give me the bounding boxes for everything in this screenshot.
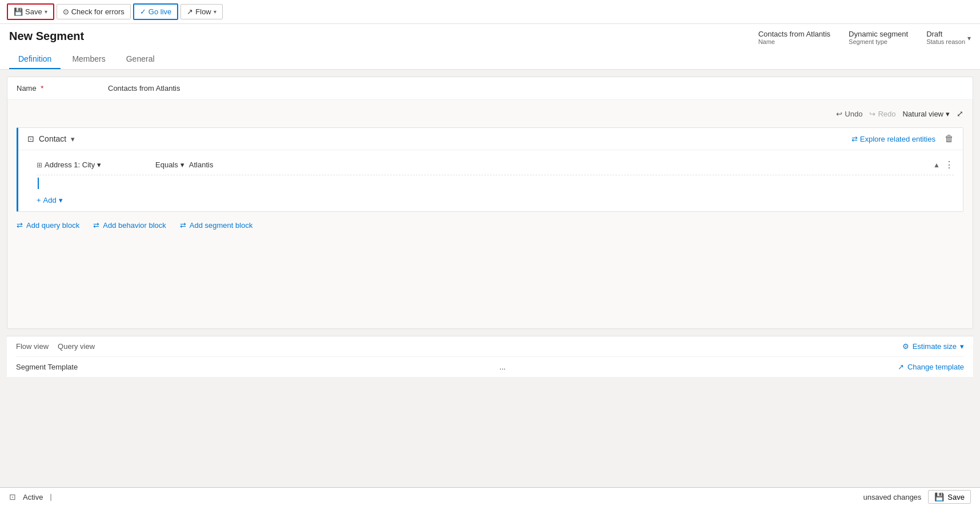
undo-icon: ↩ xyxy=(836,110,842,118)
meta-status-reason-label: Status reason xyxy=(926,38,965,45)
natural-view-label: Natural view xyxy=(902,110,943,118)
bottom-panel-top: Flow view Query view ⚙ Estimate size ▾ xyxy=(16,342,964,357)
flow-chevron-icon[interactable]: ▾ xyxy=(214,9,216,15)
add-query-block-button[interactable]: ⇄ Add query block xyxy=(17,221,79,230)
meta-segment-type-value: Dynamic segment xyxy=(849,30,908,38)
meta-status-reason-value: Draft xyxy=(926,30,965,38)
condition-field-label: Address 1: City xyxy=(45,160,95,169)
template-label: Segment Template xyxy=(16,363,107,371)
name-row: Name * Contacts from Atlantis xyxy=(7,77,973,100)
status-save-button[interactable]: 💾 Save xyxy=(928,490,971,504)
explore-label: Explore related entities xyxy=(860,135,935,143)
condition-collapse-button[interactable]: ▲ xyxy=(933,161,940,169)
flow-icon: ↗ xyxy=(187,7,193,16)
flow-view-link[interactable]: Flow view xyxy=(16,342,49,351)
undo-button[interactable]: ↩ Undo xyxy=(836,110,862,118)
status-save-label: Save xyxy=(947,493,965,501)
meta-name-label: Name xyxy=(758,38,830,45)
tab-bar: Definition Members General xyxy=(9,50,971,69)
block-actions: ⇄ Add query block ⇄ Add behavior block ⇄… xyxy=(17,212,963,234)
redo-label: Redo xyxy=(878,110,895,118)
tab-definition[interactable]: Definition xyxy=(9,50,61,69)
add-segment-block-button[interactable]: ⇄ Add segment block xyxy=(180,221,253,230)
status-divider: | xyxy=(50,493,51,501)
query-view-link[interactable]: Query view xyxy=(58,342,95,351)
query-block-actions: ⇄ Explore related entities 🗑 xyxy=(852,134,954,144)
contact-chevron-button[interactable]: ▾ xyxy=(71,135,75,143)
estimate-label: Estimate size xyxy=(913,342,957,351)
save-icon: 💾 xyxy=(14,7,23,16)
check-errors-button[interactable]: ⊙ Check for errors xyxy=(57,4,131,19)
natural-view-button[interactable]: Natural view ▾ xyxy=(902,110,950,118)
status-left: ⊡ Active | xyxy=(9,492,52,501)
expand-icon: ⤢ xyxy=(957,109,963,118)
status-bar: ⊡ Active | unsaved changes 💾 Save xyxy=(0,487,980,506)
page-title: New Segment xyxy=(9,30,84,47)
form-card: Name * Contacts from Atlantis ↩ Undo ↪ R… xyxy=(7,77,973,329)
condition-operator-dropdown[interactable]: Equals ▾ xyxy=(155,160,184,169)
add-chevron-icon: ▾ xyxy=(59,196,63,204)
contact-label-text: Contact xyxy=(39,134,66,143)
bottom-panel: Flow view Query view ⚙ Estimate size ▾ S… xyxy=(7,336,973,377)
tab-general[interactable]: General xyxy=(117,50,164,69)
check-errors-label: Check for errors xyxy=(71,7,124,16)
condition-value: Atlantis xyxy=(189,160,214,169)
condition-field-dropdown[interactable]: Address 1: City ▾ xyxy=(45,160,101,169)
condition-row: ⊞ Address 1: City ▾ Equals ▾ Atlantis xyxy=(37,155,954,175)
condition-area: ⊞ Address 1: City ▾ Equals ▾ Atlantis xyxy=(18,150,963,191)
editor-toolbar: ↩ Undo ↪ Redo Natural view ▾ ⤢ xyxy=(17,105,963,123)
contact-entity: ⊡ Contact ▾ xyxy=(27,134,75,143)
condition-more-button[interactable]: ⋮ xyxy=(945,159,954,170)
segment-editor: ↩ Undo ↪ Redo Natural view ▾ ⤢ xyxy=(7,100,973,328)
condition-operator-label: Equals xyxy=(155,160,178,169)
add-condition-button[interactable]: + Add ▾ xyxy=(37,196,63,204)
add-behavior-icon: ⇄ xyxy=(93,221,99,230)
check-errors-icon: ⊙ xyxy=(63,7,69,16)
meta-segment-type: Dynamic segment Segment type xyxy=(849,30,908,45)
condition-operator-chevron-icon: ▾ xyxy=(180,160,184,169)
go-live-label: Go live xyxy=(148,7,171,16)
condition-actions: ▲ ⋮ xyxy=(933,159,954,170)
delete-block-button[interactable]: 🗑 xyxy=(945,134,954,144)
add-behavior-block-button[interactable]: ⇄ Add behavior block xyxy=(93,221,166,230)
expand-button[interactable]: ⤢ xyxy=(957,109,963,118)
meta-status-reason: Draft Status reason xyxy=(926,30,965,45)
estimate-icon: ⚙ xyxy=(902,342,909,351)
change-template-button[interactable]: ↗ Change template xyxy=(898,363,964,371)
save-label: Save xyxy=(25,7,42,16)
meta-segment-type-label: Segment type xyxy=(849,38,908,45)
change-template-label: Change template xyxy=(907,363,964,371)
condition-field: ⊞ Address 1: City ▾ xyxy=(37,160,151,169)
template-value: ... xyxy=(500,363,506,371)
name-field-label: Name * xyxy=(17,84,108,93)
status-active-label: Active xyxy=(23,493,43,501)
status-save-icon: 💾 xyxy=(934,492,944,501)
tab-members[interactable]: Members xyxy=(63,50,114,69)
go-live-icon: ✓ xyxy=(140,7,146,16)
flow-button[interactable]: ↗ Flow ▾ xyxy=(180,4,222,19)
template-row: Segment Template ... ↗ Change template xyxy=(16,357,964,371)
go-live-button[interactable]: ✓ Go live xyxy=(133,3,178,20)
estimate-size-button[interactable]: ⚙ Estimate size ▾ xyxy=(902,342,964,351)
name-field-value: Contacts from Atlantis xyxy=(108,84,180,93)
redo-button[interactable]: ↪ Redo xyxy=(869,110,895,118)
add-label: Add xyxy=(43,196,57,204)
field-icon: ⊞ xyxy=(37,161,42,169)
page-header: New Segment Contacts from Atlantis Name … xyxy=(0,24,980,70)
add-segment-label: Add segment block xyxy=(190,221,253,230)
add-query-label: Add query block xyxy=(26,221,79,230)
save-button[interactable]: 💾 Save ▾ xyxy=(7,3,54,20)
contact-icon: ⊡ xyxy=(27,134,34,143)
status-right: unsaved changes 💾 Save xyxy=(863,490,971,504)
page-meta-chevron-icon[interactable]: ▾ xyxy=(967,34,971,42)
explore-icon: ⇄ xyxy=(852,135,858,143)
flow-label: Flow xyxy=(195,7,211,16)
add-icon: + xyxy=(37,196,41,204)
text-cursor xyxy=(38,178,954,189)
natural-view-chevron-icon: ▾ xyxy=(946,110,950,118)
toolbar: 💾 Save ▾ ⊙ Check for errors ✓ Go live ↗ … xyxy=(0,0,980,24)
save-chevron-icon[interactable]: ▾ xyxy=(45,9,47,15)
add-behavior-label: Add behavior block xyxy=(103,221,166,230)
explore-related-button[interactable]: ⇄ Explore related entities xyxy=(852,135,935,143)
status-screen-icon[interactable]: ⊡ xyxy=(9,492,16,501)
